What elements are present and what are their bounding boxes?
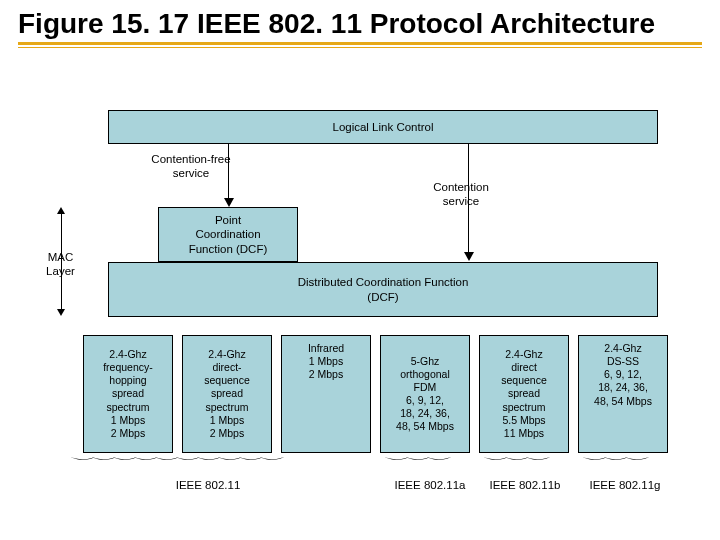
llc-box: Logical Link Control (108, 110, 658, 144)
phy-label-1: 2.4-Ghzdirect-sequencespreadspectrum1 Mb… (204, 348, 250, 440)
phy-box-2: Infrared1 Mbps2 Mbps (281, 335, 371, 453)
brace-3: ︶︶︶ (582, 458, 645, 461)
dcf-box: Distributed Coordination Function(DCF) (108, 262, 658, 317)
standard-1: IEEE 802.11a (380, 478, 480, 492)
brace-0: ︶︶︶︶︶︶︶︶︶︶ (70, 458, 280, 461)
mac-layer-label: MACLayer (38, 250, 83, 279)
pcf-box: PointCoordinationFunction (DCF) (158, 207, 298, 262)
title-rule-2 (18, 47, 702, 48)
title-rule-1 (18, 42, 702, 45)
mac-layer-arrow-down (57, 309, 65, 316)
brace-1: ︶︶︶ (384, 458, 447, 461)
phy-box-1: 2.4-Ghzdirect-sequencespreadspectrum1 Mb… (182, 335, 272, 453)
arrow-c-head (464, 252, 474, 261)
diagram-canvas: Logical Link Control Contention-freeserv… (48, 110, 688, 520)
standard-0: IEEE 802.11 (148, 478, 268, 492)
standard-2: IEEE 802.11b (475, 478, 575, 492)
brace-2: ︶︶︶ (483, 458, 546, 461)
dcf-label: Distributed Coordination Function(DCF) (298, 275, 469, 304)
phy-label-2: Infrared1 Mbps2 Mbps (308, 342, 344, 381)
phy-label-0: 2.4-Ghzfrequency-hoppingspreadspectrum1 … (103, 348, 153, 440)
figure-title: Figure 15. 17 IEEE 802. 11 Protocol Arch… (18, 8, 702, 40)
phy-box-3: 5-GhzorthogonalFDM6, 9, 12,18, 24, 36,48… (380, 335, 470, 453)
phy-label-3: 5-GhzorthogonalFDM6, 9, 12,18, 24, 36,48… (396, 355, 454, 434)
phy-label-4: 2.4-Ghzdirectsequencespreadspectrum5.5 M… (501, 348, 547, 440)
phy-label-5: 2.4-GhzDS-SS6, 9, 12,18, 24, 36,48, 54 M… (594, 342, 652, 408)
phy-box-4: 2.4-Ghzdirectsequencespreadspectrum5.5 M… (479, 335, 569, 453)
phy-box-0: 2.4-Ghzfrequency-hoppingspreadspectrum1 … (83, 335, 173, 453)
phy-box-5: 2.4-GhzDS-SS6, 9, 12,18, 24, 36,48, 54 M… (578, 335, 668, 453)
mac-layer-arrow-up (57, 207, 65, 214)
label-contention-free: Contention-freeservice (136, 152, 246, 181)
label-contention: Contentionservice (406, 180, 516, 209)
arrow-cf-head (224, 198, 234, 207)
llc-label: Logical Link Control (332, 120, 433, 134)
standard-3: IEEE 802.11g (575, 478, 675, 492)
pcf-label: PointCoordinationFunction (DCF) (189, 213, 268, 256)
